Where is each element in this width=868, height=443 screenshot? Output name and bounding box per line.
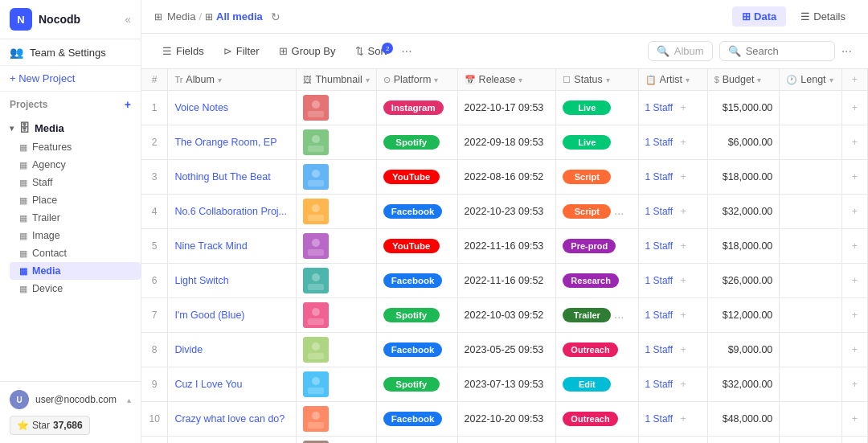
row-artist[interactable]: 1 Staff + (638, 264, 707, 298)
star-button[interactable]: ⭐ Star 37,686 (10, 416, 90, 435)
row-album[interactable]: Nine Track Mind (168, 229, 297, 264)
row-artist[interactable]: 1 Staff + (638, 402, 707, 437)
row-album[interactable]: Nothing But The Beat (168, 160, 297, 195)
user-info[interactable]: U user@nocodb.com ▴ (10, 390, 131, 409)
row-album[interactable]: Cuz I Love You (168, 367, 297, 402)
col-header-status[interactable]: ☐Status▾ (556, 69, 638, 91)
table-more-button[interactable]: ··· (838, 41, 855, 62)
col-header-album[interactable]: TrAlbum▾ (168, 69, 297, 91)
row-album[interactable]: Voice Notes (168, 91, 297, 125)
row-add[interactable]: + (841, 125, 867, 160)
row-artist[interactable]: 1 Staff + (638, 437, 707, 444)
search-box[interactable]: 🔍 (719, 41, 835, 61)
row-artist[interactable]: 1 Staff + (638, 333, 707, 367)
row-status: Live (556, 125, 638, 160)
row-album[interactable]: Divide (168, 333, 297, 367)
sidebar-item-device[interactable]: ▦ Device (10, 280, 141, 297)
sidebar-item-trailer[interactable]: ▦ Trailer (10, 209, 141, 227)
table-row: 7 I'm Good (Blue) Spotify 2022-10-03 09:… (141, 298, 868, 333)
add-artist-icon[interactable]: + (681, 102, 686, 113)
col-header-release[interactable]: 📅Release▾ (457, 69, 556, 91)
sidebar-item-image[interactable]: ▦ Image (10, 227, 141, 244)
svg-rect-17 (308, 284, 324, 290)
col-header-add[interactable]: + (841, 69, 867, 91)
sidebar-item-features[interactable]: ▦ Features (10, 138, 141, 156)
svg-point-22 (312, 343, 320, 351)
svg-rect-11 (308, 215, 324, 221)
sidebar-item-staff[interactable]: ▦ Staff (10, 174, 141, 191)
row-artist[interactable]: 1 Staff + (638, 160, 707, 195)
row-add[interactable]: + (841, 333, 867, 367)
projects-header: Projects + (0, 92, 141, 117)
row-budget: $6,000.00 (707, 125, 780, 160)
add-artist-icon[interactable]: + (681, 413, 686, 425)
row-album[interactable]: 5 (168, 437, 297, 444)
filter-button[interactable]: ⊳ Filter (215, 41, 268, 61)
row-add[interactable]: + (841, 402, 867, 437)
add-artist-icon[interactable]: + (681, 379, 686, 390)
svg-point-10 (312, 204, 320, 212)
row-num: 6 (141, 264, 168, 298)
row-album[interactable]: I'm Good (Blue) (168, 298, 297, 333)
row-length (780, 160, 842, 195)
sidebar-item-agency-label: Agency (32, 159, 66, 170)
row-artist[interactable]: 1 Staff + (638, 195, 707, 229)
fields-button[interactable]: ☰ Fields (154, 41, 212, 61)
add-artist-icon[interactable]: + (681, 344, 686, 355)
add-artist-icon[interactable]: + (681, 206, 686, 217)
col-header-budget[interactable]: $Budget▾ (707, 69, 780, 91)
sidebar-collapse-button[interactable]: « (125, 13, 131, 26)
row-album[interactable]: No.6 Collaboration Proj... (168, 195, 297, 229)
sidebar-item-media[interactable]: ▦ Media (10, 262, 141, 280)
svg-point-16 (312, 273, 320, 281)
sidebar-item-place[interactable]: ▦ Place (10, 191, 141, 209)
row-add[interactable]: + (841, 367, 867, 402)
table-row: 10 Crazy what love can do? Facebook 2022… (141, 402, 868, 437)
more-options-button[interactable]: ··· (398, 41, 415, 62)
team-icon: 👥 (10, 46, 23, 59)
row-album[interactable]: Crazy what love can do? (168, 402, 297, 437)
row-add[interactable]: + (841, 264, 867, 298)
add-artist-icon[interactable]: + (681, 310, 686, 321)
row-add[interactable]: + (841, 195, 867, 229)
row-artist[interactable]: 1 Staff + (638, 229, 707, 264)
app-logo: N (10, 8, 32, 31)
add-artist-icon[interactable]: + (681, 171, 686, 183)
album-filter[interactable]: 🔍 Album (648, 41, 713, 61)
table-icon: ▦ (19, 160, 27, 170)
row-add[interactable]: + (841, 298, 867, 333)
sort-button[interactable]: ⇅ Sort 2 (347, 41, 395, 61)
col-header-artist[interactable]: 📋Artist▾ (638, 69, 707, 91)
new-project-button[interactable]: + New Project (0, 66, 141, 92)
row-artist[interactable]: 1 Staff + (638, 91, 707, 125)
row-budget: $18,000.00 (707, 229, 780, 264)
row-add[interactable]: + (841, 229, 867, 264)
col-header-thumbnail[interactable]: 🖼Thumbnail▾ (297, 69, 376, 91)
row-artist[interactable]: 1 Staff + (638, 367, 707, 402)
row-artist[interactable]: 1 Staff + (638, 298, 707, 333)
group-by-button[interactable]: ⊞ Group By (271, 41, 344, 61)
sidebar-item-agency[interactable]: ▦ Agency (10, 156, 141, 174)
row-add[interactable]: + (841, 437, 867, 444)
table-icon: ▦ (19, 231, 27, 241)
add-artist-icon[interactable]: + (681, 137, 686, 148)
add-artist-icon[interactable]: + (681, 240, 686, 252)
col-header-platform[interactable]: ⊙Platform▾ (376, 69, 457, 91)
project-media[interactable]: ▾ 🗄 Media (0, 117, 141, 138)
team-settings-item[interactable]: 👥 Team & Settings (0, 39, 141, 66)
row-release: 2022-08-16 09:52 (457, 160, 556, 195)
row-album[interactable]: The Orange Room, EP (168, 125, 297, 160)
search-input[interactable] (746, 45, 826, 57)
sidebar-item-contact[interactable]: ▦ Contact (10, 244, 141, 262)
row-add[interactable]: + (841, 160, 867, 195)
add-artist-icon[interactable]: + (681, 275, 686, 286)
add-project-icon[interactable]: + (125, 98, 131, 111)
tab-data[interactable]: ⊞ Data (732, 6, 786, 27)
col-header-length[interactable]: 🕐Lengt▾ (780, 69, 842, 91)
tab-details[interactable]: ☰ Details (791, 6, 855, 27)
refresh-button[interactable]: ↻ (271, 10, 280, 23)
row-album[interactable]: Light Switch (168, 264, 297, 298)
sort-icon: ▾ (686, 76, 690, 84)
row-artist[interactable]: 1 Staff + (638, 125, 707, 160)
row-add[interactable]: + (841, 91, 867, 125)
